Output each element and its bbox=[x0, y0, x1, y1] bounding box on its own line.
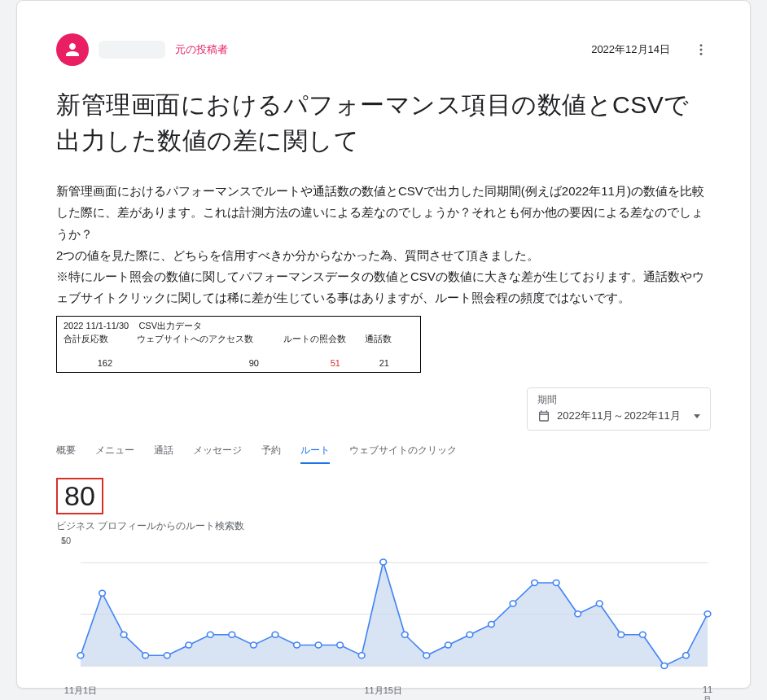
tab-ルート[interactable]: ルート bbox=[300, 439, 330, 464]
svg-point-0 bbox=[700, 44, 703, 46]
paragraph: ※特にルート照会の数値に関してパフォーマンスデータの数値とCSVの数値に大きな差… bbox=[56, 266, 711, 309]
data-point[interactable] bbox=[164, 653, 170, 658]
tab-通話[interactable]: 通話 bbox=[154, 439, 173, 464]
paragraph: 新管理画面におけるパフォーマンスでルートや通話数の数値とCSVで出力した同期間(… bbox=[56, 181, 711, 245]
csv-cell: 21 bbox=[365, 357, 414, 369]
data-point[interactable] bbox=[575, 611, 581, 617]
data-point[interactable] bbox=[489, 622, 495, 628]
avatar[interactable] bbox=[56, 33, 89, 66]
data-point[interactable] bbox=[121, 632, 127, 637]
date-range-label: 期間 bbox=[537, 393, 700, 407]
csv-cell: 162 bbox=[64, 357, 137, 369]
calendar-icon bbox=[537, 409, 550, 422]
data-point[interactable] bbox=[401, 632, 408, 637]
y-tick-label: 10 bbox=[61, 536, 71, 545]
svg-point-2 bbox=[700, 53, 703, 55]
data-point[interactable] bbox=[596, 601, 603, 606]
x-tick-label: 11月15日 bbox=[364, 685, 401, 697]
data-point[interactable] bbox=[532, 580, 538, 586]
data-point[interactable] bbox=[553, 580, 559, 586]
data-point[interactable] bbox=[294, 642, 300, 648]
data-point[interactable] bbox=[99, 590, 106, 596]
person-icon bbox=[63, 40, 82, 59]
data-point[interactable] bbox=[704, 611, 711, 617]
data-point[interactable] bbox=[207, 632, 213, 637]
post-card: 元の投稿者 2022年12月14日 新管理画面におけるパフォーマンス項目の数値と… bbox=[16, 0, 751, 689]
csv-title: CSV出力データ bbox=[138, 321, 202, 330]
kebab-icon bbox=[694, 42, 708, 57]
data-point[interactable] bbox=[251, 642, 257, 648]
data-point[interactable] bbox=[683, 653, 690, 658]
data-point[interactable] bbox=[186, 642, 192, 648]
data-point[interactable] bbox=[380, 559, 387, 565]
tab-概要[interactable]: 概要 bbox=[56, 439, 76, 464]
performance-tabs: 概要メニュー通話メッセージ予約ルートウェブサイトのクリック bbox=[56, 439, 711, 465]
post-body: 新管理画面におけるパフォーマンスでルートや通話数の数値とCSVで出力した同期間(… bbox=[56, 181, 711, 309]
csv-range: 2022 11/1-11/30 bbox=[64, 321, 129, 330]
data-point[interactable] bbox=[77, 653, 84, 658]
date-range-picker[interactable]: 期間 2022年11月～2022年11月 bbox=[527, 387, 711, 431]
data-point[interactable] bbox=[661, 663, 668, 669]
tab-メッセージ[interactable]: メッセージ bbox=[193, 439, 242, 464]
more-options-button[interactable] bbox=[691, 40, 711, 59]
post-header: 元の投稿者 2022年12月14日 bbox=[56, 33, 711, 66]
tab-メニュー[interactable]: メニュー bbox=[95, 439, 134, 464]
data-point[interactable] bbox=[639, 632, 646, 637]
csv-table: 2022 11/1-11/30 CSV出力データ 合計反応数ウェブサイトへのアク… bbox=[56, 316, 421, 374]
paragraph: 2つの値を見た際に、どちらを信用すべきか分からなかった為、質問させて頂きました。 bbox=[56, 245, 711, 266]
metric-subtitle: ビジネス プロフィールからのルート検索数 bbox=[56, 519, 711, 533]
csv-col-header: 合計反応数 bbox=[64, 333, 137, 344]
date-range-value: 2022年11月～2022年11月 bbox=[557, 409, 681, 423]
data-point[interactable] bbox=[337, 642, 344, 648]
metric-value: 80 bbox=[56, 478, 103, 514]
data-point[interactable] bbox=[142, 653, 149, 658]
tab-予約[interactable]: 予約 bbox=[261, 439, 281, 464]
csv-cell: 51 bbox=[283, 357, 365, 369]
data-point[interactable] bbox=[229, 632, 235, 637]
post-title: 新管理画面におけるパフォーマンス項目の数値とCSVで出力した数値の差に関して bbox=[56, 87, 711, 158]
chevron-down-icon bbox=[694, 414, 700, 418]
data-point[interactable] bbox=[423, 653, 430, 658]
post-date: 2022年12月14日 bbox=[591, 42, 670, 57]
data-point[interactable] bbox=[272, 632, 278, 637]
svg-point-1 bbox=[700, 49, 703, 51]
route-chart: 510 11月1日11月15日11月30日 bbox=[56, 541, 711, 688]
data-point[interactable] bbox=[510, 601, 516, 606]
data-point[interactable] bbox=[618, 632, 625, 637]
data-point[interactable] bbox=[315, 642, 322, 648]
csv-col-header: ウェブサイトへのアクセス数 bbox=[137, 333, 283, 344]
x-tick-label: 11月30日 bbox=[703, 685, 712, 700]
data-point[interactable] bbox=[358, 653, 365, 658]
csv-cell: 90 bbox=[137, 357, 283, 369]
original-poster-badge: 元の投稿者 bbox=[175, 42, 228, 57]
tab-ウェブサイトのクリック[interactable]: ウェブサイトのクリック bbox=[349, 439, 457, 464]
data-point[interactable] bbox=[445, 642, 452, 648]
csv-col-header: 通話数 bbox=[365, 333, 414, 344]
author-name-redacted bbox=[99, 41, 165, 59]
csv-col-header: ルートの照会数 bbox=[283, 333, 365, 344]
data-point[interactable] bbox=[467, 632, 473, 637]
x-tick-label: 11月1日 bbox=[64, 685, 97, 697]
